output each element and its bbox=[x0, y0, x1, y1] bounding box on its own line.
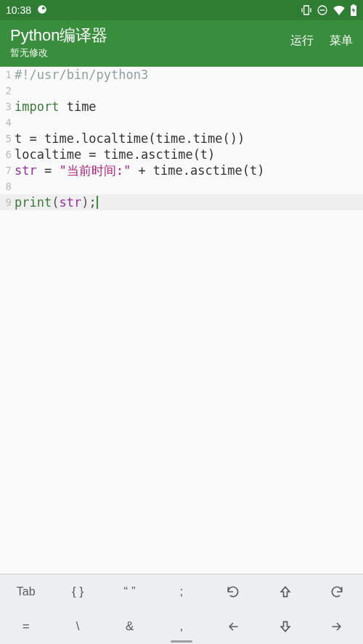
key-comma[interactable]: , bbox=[155, 609, 207, 644]
accessory-keyboard: Tab { } “ ” ; = \ & bbox=[0, 574, 363, 644]
app-title: Python编译器 bbox=[10, 26, 108, 45]
key-ampersand[interactable]: & bbox=[104, 609, 155, 644]
code-text: print bbox=[15, 195, 52, 210]
code-text: time bbox=[59, 99, 96, 114]
line-number: 4 bbox=[0, 115, 13, 131]
line-number: 7 bbox=[0, 162, 13, 178]
key-equals[interactable]: = bbox=[0, 609, 52, 644]
undo-icon bbox=[226, 585, 240, 599]
status-bar: 10:38 bbox=[0, 0, 363, 20]
key-braces[interactable]: { } bbox=[52, 574, 103, 609]
code-editor[interactable]: 1#!/usr/bin/python3 2 3import time 4 5t … bbox=[0, 67, 363, 574]
svg-rect-4 bbox=[352, 4, 354, 6]
code-text: str bbox=[59, 195, 81, 210]
key-redo[interactable] bbox=[311, 574, 363, 609]
cursor bbox=[97, 196, 98, 209]
app-indicator-icon bbox=[37, 4, 47, 17]
code-text: = bbox=[37, 163, 60, 178]
key-right[interactable] bbox=[311, 609, 363, 644]
drag-handle-icon bbox=[171, 640, 192, 643]
key-shift[interactable] bbox=[259, 574, 311, 609]
code-text: ( bbox=[52, 195, 59, 210]
line-number: 6 bbox=[0, 146, 13, 162]
code-text: + time.asctime(t) bbox=[131, 163, 264, 178]
key-undo[interactable] bbox=[208, 574, 259, 609]
line-number: 5 bbox=[0, 131, 13, 146]
line-number: 2 bbox=[0, 83, 13, 99]
code-text: ); bbox=[81, 195, 96, 210]
key-quotes[interactable]: “ ” bbox=[104, 574, 155, 609]
code-text: #!/usr/bin/python3 bbox=[15, 67, 148, 82]
app-bar: Python编译器 暂无修改 运行 菜单 bbox=[0, 20, 363, 67]
down-arrow-icon bbox=[278, 619, 293, 634]
svg-point-0 bbox=[38, 5, 46, 14]
code-text: localtime = time.asctime(t) bbox=[15, 147, 215, 162]
code-text: import bbox=[15, 99, 59, 114]
status-time: 10:38 bbox=[6, 4, 31, 16]
line-number: 8 bbox=[0, 178, 13, 194]
run-button[interactable]: 运行 bbox=[290, 33, 314, 49]
dnd-icon bbox=[317, 4, 328, 16]
battery-charging-icon bbox=[350, 4, 357, 16]
key-backslash[interactable]: \ bbox=[52, 609, 103, 644]
wifi-icon bbox=[333, 5, 346, 15]
code-text: str bbox=[15, 163, 37, 178]
key-down[interactable] bbox=[259, 609, 311, 644]
code-text: "当前时间:" bbox=[59, 163, 131, 178]
app-subtitle: 暂无修改 bbox=[10, 46, 108, 59]
key-semicolon[interactable]: ; bbox=[155, 574, 207, 609]
line-number: 1 bbox=[0, 67, 13, 83]
key-left[interactable] bbox=[208, 609, 259, 644]
vibrate-icon bbox=[301, 4, 312, 16]
code-text: t = time.localtime(time.time()) bbox=[15, 131, 245, 146]
right-arrow-icon bbox=[330, 619, 344, 634]
menu-button[interactable]: 菜单 bbox=[330, 33, 353, 49]
left-arrow-icon bbox=[226, 619, 240, 634]
key-label: , bbox=[180, 619, 184, 634]
key-tab[interactable]: Tab bbox=[0, 574, 52, 609]
svg-point-1 bbox=[42, 7, 45, 9]
line-number: 3 bbox=[0, 99, 13, 115]
line-number: 9 bbox=[0, 194, 13, 210]
redo-icon bbox=[330, 585, 344, 599]
up-arrow-icon bbox=[278, 585, 293, 599]
